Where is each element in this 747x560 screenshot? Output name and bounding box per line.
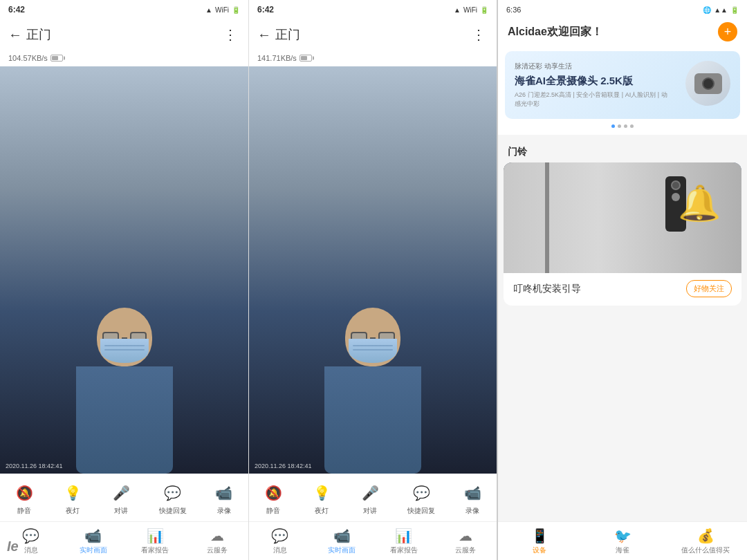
left-back-button[interactable]: ← 正门 — [8, 26, 51, 43]
middle-report-icon: 📊 — [395, 528, 412, 544]
middle-battery-icon: 🔋 — [480, 6, 488, 14]
right-signal-icon: ▲▲ — [714, 6, 728, 14]
right-nav-haique[interactable]: 🐦 海雀 — [581, 528, 664, 555]
left-mask-line-1 — [104, 345, 145, 346]
middle-control-light[interactable]: 💡 夜灯 — [311, 482, 333, 516]
middle-status-bar: 6:42 ▲ WiFi 🔋 — [249, 0, 497, 19]
left-camera-face — [0, 66, 248, 474]
camera-body-shape — [694, 73, 722, 94]
left-more-button[interactable]: ⋮ — [223, 26, 237, 43]
middle-report-label: 看家报告 — [390, 545, 418, 555]
banner-section: 脉清还彩 动享生活 海雀AI全景摄像头 2.5K版 A26 门迎差2.5K高清 … — [498, 44, 747, 135]
bell-icon: 🔔 — [678, 183, 721, 223]
right-haique-icon: 🐦 — [614, 528, 631, 544]
middle-control-quickreply[interactable]: 💬 快捷回复 — [407, 482, 435, 516]
middle-mask-line-2 — [353, 349, 393, 351]
middle-wifi-icon: WiFi — [463, 6, 477, 14]
left-intercom-label: 对讲 — [114, 506, 128, 516]
left-control-quickreply[interactable]: 💬 快捷回复 — [159, 482, 187, 516]
left-quickreply-label: 快捷回复 — [159, 506, 187, 516]
banner-card[interactable]: 脉清还彩 动享生活 海雀AI全景摄像头 2.5K版 A26 门迎差2.5K高清 … — [505, 51, 740, 119]
left-mask-line-2 — [104, 349, 145, 351]
left-quickreply-icon: 💬 — [162, 482, 184, 504]
middle-controls-row: 🔕 静音 💡 夜灯 🎤 对讲 💬 快捷回复 📹 录像 — [249, 479, 497, 519]
middle-back-button[interactable]: ← 正门 — [257, 26, 300, 43]
middle-intercom-label: 对讲 — [363, 506, 377, 516]
left-report-label: 看家报告 — [141, 545, 169, 555]
middle-phone-panel: 6:42 ▲ WiFi 🔋 ← 正门 ⋮ 141.71KB/s — [249, 0, 498, 560]
middle-light-icon: 💡 — [311, 482, 333, 504]
right-nav-deals[interactable]: 💰 值么什么值得买 — [664, 528, 747, 555]
left-back-arrow-icon: ← — [8, 27, 22, 43]
camera-product-icon — [685, 61, 730, 106]
middle-quickreply-label: 快捷回复 — [407, 506, 435, 516]
middle-live-label: 实时画面 — [328, 545, 356, 555]
follow-button[interactable]: 好物关注 — [686, 280, 732, 297]
right-bottom-nav: 📱 设备 🐦 海雀 💰 值么什么值得买 — [498, 521, 747, 560]
device-name-label: 叮咚机安装引导 — [513, 283, 581, 295]
middle-nav-cloud[interactable]: ☁ 云服务 — [435, 528, 497, 555]
battery-status: 🔋 — [232, 6, 240, 14]
right-nav-devices[interactable]: 📱 设备 — [498, 528, 581, 555]
left-mask-lines — [100, 339, 149, 351]
middle-cloud-icon: ☁ — [459, 528, 472, 544]
right-deals-icon: 💰 — [697, 528, 714, 544]
left-mask — [100, 339, 149, 363]
middle-speed-bar: 141.71KB/s — [249, 50, 497, 66]
left-report-icon: 📊 — [147, 528, 164, 544]
left-control-mute[interactable]: 🔕 静音 — [13, 482, 35, 516]
middle-messages-icon: 💬 — [271, 528, 288, 544]
left-person-body — [76, 366, 173, 474]
left-control-record[interactable]: 📹 录像 — [213, 482, 235, 516]
left-control-intercom[interactable]: 🎤 对讲 — [110, 482, 132, 516]
middle-nav-live[interactable]: 📹 实时画面 — [311, 528, 374, 555]
middle-mask-line-1 — [353, 345, 393, 346]
banner-dots — [505, 124, 740, 128]
left-light-icon: 💡 — [62, 482, 84, 504]
left-nav-live[interactable]: 📹 实时画面 — [62, 528, 124, 555]
middle-camera-face — [249, 66, 497, 474]
banner-tag: 脉清还彩 动享生活 — [515, 62, 668, 71]
banner-subtitle: A26 门迎差2.5K高清 | 安全小音箱联显 | AI人脸识别 | 动感光中彩 — [515, 91, 668, 109]
left-camera-view: 2020.11.26 18:42:41 — [0, 66, 248, 474]
left-top-bar: ← 正门 ⋮ — [0, 19, 248, 50]
middle-time: 6:42 — [257, 5, 274, 15]
left-control-light[interactable]: 💡 夜灯 — [62, 482, 84, 516]
left-status-bar: 6:42 ▲ WiFi 🔋 — [0, 0, 248, 19]
middle-control-mute[interactable]: 🔕 静音 — [262, 482, 284, 516]
middle-page-title: 正门 — [275, 26, 300, 43]
left-nav-report[interactable]: 📊 看家报告 — [124, 528, 187, 555]
middle-messages-label: 消息 — [273, 545, 287, 555]
right-app-panel: 6:36 🌐 ▲▲ 🔋 Alcidae欢迎回家！ + 脉清还彩 动享生活 海雀A… — [498, 0, 747, 560]
banner-title: 海雀AI全景摄像头 2.5K版 — [515, 74, 668, 88]
middle-speed-value: 141.71KB/s — [257, 54, 297, 62]
middle-mute-icon: 🔕 — [262, 482, 284, 504]
wifi-icon: WiFi — [215, 6, 229, 14]
right-time: 6:36 — [506, 6, 521, 14]
dot-3 — [624, 124, 627, 128]
middle-intercom-icon: 🎤 — [359, 482, 381, 504]
left-nav-cloud[interactable]: ☁ 云服务 — [186, 528, 248, 555]
middle-signal-icon: ▲ — [454, 6, 461, 14]
middle-mask — [349, 339, 397, 363]
left-controls-row: 🔕 静音 💡 夜灯 🎤 对讲 💬 快捷回复 📹 录像 — [0, 479, 248, 519]
middle-nav-report[interactable]: 📊 看家报告 — [373, 528, 435, 555]
doorbell-scene: 🔔 — [504, 162, 741, 273]
middle-person-body — [324, 366, 421, 474]
middle-nav-messages[interactable]: 💬 消息 — [249, 528, 311, 555]
add-device-button[interactable]: + — [718, 22, 737, 41]
left-record-label: 录像 — [217, 506, 231, 516]
left-phone-panel: 6:42 ▲ WiFi 🔋 ← 正门 ⋮ 104.57KB/s — [0, 0, 249, 560]
left-person-head — [97, 308, 152, 366]
device-image: 🔔 — [504, 162, 741, 273]
right-status-icons: 🌐 ▲▲ 🔋 — [703, 6, 739, 14]
left-live-label: 实时画面 — [80, 545, 107, 555]
middle-person-silhouette — [317, 308, 428, 474]
middle-camera-view: 2020.11.26 18:42:41 — [249, 66, 497, 474]
middle-more-button[interactable]: ⋮ — [472, 26, 486, 43]
middle-control-record[interactable]: 📹 录像 — [461, 482, 483, 516]
right-devices-label: 设备 — [533, 545, 546, 555]
left-mute-icon: 🔕 — [13, 482, 35, 504]
middle-controls-bar: 🔕 静音 💡 夜灯 🎤 对讲 💬 快捷回复 📹 录像 — [249, 474, 497, 521]
middle-control-intercom[interactable]: 🎤 对讲 — [359, 482, 381, 516]
